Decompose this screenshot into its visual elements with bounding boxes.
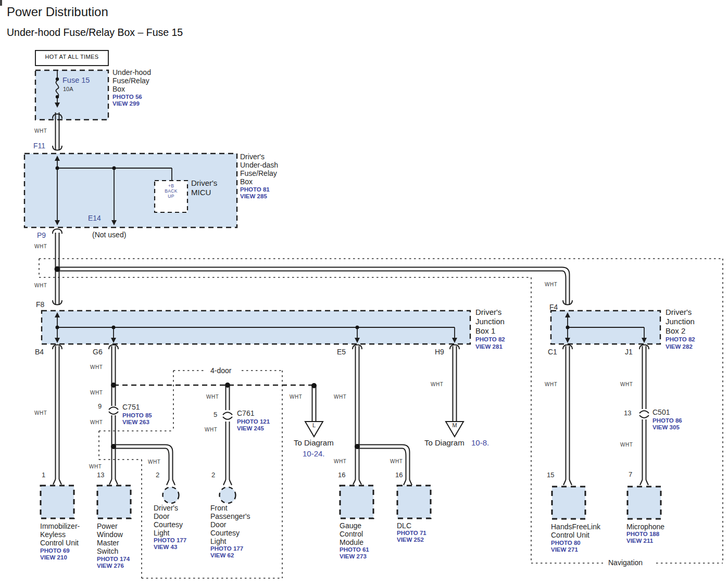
dlc-photo-link[interactable]: PHOTO 71 xyxy=(397,530,426,537)
c501-connector xyxy=(639,411,649,418)
wiring-canvas xyxy=(0,0,728,586)
c761-label: C761 xyxy=(237,409,254,417)
c501-photo-link[interactable]: PHOTO 86 xyxy=(652,417,682,424)
terminal-p9: P9 xyxy=(37,231,46,239)
mic-view-link[interactable]: VIEW 211 xyxy=(626,538,653,544)
gauge-box xyxy=(340,486,373,518)
terminal-b4: B4 xyxy=(35,348,44,356)
c501-label: C501 xyxy=(652,408,670,416)
to-diagram-l-letter: L xyxy=(309,422,319,428)
jb1-photo-link[interactable]: PHOTO 82 xyxy=(475,336,505,343)
to-diagram-l-ref-link[interactable]: 10-24. xyxy=(303,449,325,458)
component-boxes xyxy=(41,486,661,519)
pin-hfl: 15 xyxy=(547,471,554,479)
pwms-label: PowerWindowMasterSwitch xyxy=(97,522,123,555)
underdash-box-label: Driver'sUnder-dashFuse/RelayBox xyxy=(240,152,278,186)
underdash-view-link[interactable]: VIEW 285 xyxy=(240,193,267,200)
dlc-view-link[interactable]: VIEW 252 xyxy=(397,537,424,543)
pwms-photo-link[interactable]: PHOTO 174 xyxy=(97,556,130,563)
to-diagram-m-letter: M xyxy=(449,422,460,428)
hfl-box xyxy=(552,487,585,519)
fpdcl-photo-link[interactable]: PHOTO 177 xyxy=(210,545,243,552)
jb2-photo-link[interactable]: PHOTO 82 xyxy=(666,336,695,343)
fpdcl-label: FrontPassenger'sDoorCourtesyLight xyxy=(210,504,250,545)
wire-color-label: WHT xyxy=(89,464,102,469)
wire-color-label: WHT xyxy=(545,381,557,387)
pin-pwms: 13 xyxy=(97,471,104,479)
mic-photo-link[interactable]: PHOTO 188 xyxy=(626,531,659,538)
ddcl-photo-link[interactable]: PHOTO 177 xyxy=(154,537,186,544)
c761-view-link[interactable]: VIEW 245 xyxy=(237,425,264,432)
terminal-f8: F8 xyxy=(36,300,44,309)
c751-connector xyxy=(109,407,118,414)
pin-fpdcl: 2 xyxy=(211,471,215,479)
pin-mic: 7 xyxy=(629,470,632,478)
c751-view-link[interactable]: VIEW 263 xyxy=(122,419,149,426)
c761-connector xyxy=(223,412,232,419)
wire-color-label: WHT xyxy=(390,458,403,464)
jb2-label: Driver'sJunctionBox 2 xyxy=(666,308,695,336)
wire-color-label: WHT xyxy=(620,381,633,387)
jb1-view-link[interactable]: VIEW 281 xyxy=(475,343,503,350)
gauge-photo-link[interactable]: PHOTO 61 xyxy=(340,546,369,553)
pwms-view-link[interactable]: VIEW 276 xyxy=(97,563,124,569)
fuse-rating-label: 10A xyxy=(63,86,73,92)
pin-c761: 5 xyxy=(214,411,217,418)
pin-immobilizer: 1 xyxy=(42,471,45,479)
page-subtitle: Under-hood Fuse/Relay Box – Fuse 15 xyxy=(7,27,183,39)
ddcl-label: Driver'sDoorCourtesyLight xyxy=(154,504,183,537)
hfl-photo-link[interactable]: PHOTO 80 xyxy=(551,540,581,546)
immobilizer-view-link[interactable]: VIEW 210 xyxy=(40,554,67,561)
pin-dlc: 16 xyxy=(395,471,403,479)
pin-gauge: 16 xyxy=(338,471,345,479)
ddcl-view-link[interactable]: VIEW 43 xyxy=(154,544,177,551)
wire-color-label: WHT xyxy=(90,419,103,425)
wire-color-label: WHT xyxy=(34,410,47,416)
not-used-label: (Not used) xyxy=(92,231,126,239)
underhood-view-link[interactable]: VIEW 299 xyxy=(112,100,140,107)
fpdcl-view-link[interactable]: VIEW 62 xyxy=(210,552,234,559)
to-diagram-m-ref-link[interactable]: 10-8. xyxy=(471,438,489,447)
wire-color-label: WHT xyxy=(545,282,557,287)
fuse-15-label: Fuse 15 xyxy=(62,76,90,84)
pin-c751: 9 xyxy=(98,402,102,410)
fuse-relay-boxes xyxy=(24,70,660,344)
wire-color-label: WHT xyxy=(34,128,47,134)
hfl-view-link[interactable]: VIEW 271 xyxy=(551,546,578,553)
c761-photo-link[interactable]: PHOTO 121 xyxy=(237,418,270,425)
wire-color-label: WHT xyxy=(334,394,346,400)
ddcl-bulb xyxy=(163,487,179,503)
wire-color-label: WHT xyxy=(206,394,219,400)
wire-color-label: WHT xyxy=(148,459,160,465)
immobilizer-photo-link[interactable]: PHOTO 69 xyxy=(40,547,70,554)
micu-name-label: Driver'sMICU xyxy=(191,179,217,197)
four-door-region xyxy=(99,371,282,578)
wire-color-label: WHT xyxy=(90,390,103,396)
hfl-label: HandsFreeLinkControl Unit xyxy=(551,523,600,539)
fpdcl-bulb xyxy=(220,487,236,503)
navigation-region-label: Navigation xyxy=(606,558,645,567)
wire-color-label: WHT xyxy=(290,394,302,400)
underhood-photo-link[interactable]: PHOTO 56 xyxy=(112,94,142,100)
mic-box xyxy=(627,487,661,519)
gauge-label: GaugeControlModule xyxy=(340,521,363,546)
wire-color-label: WHT xyxy=(34,244,47,249)
terminal-e5: E5 xyxy=(337,348,346,356)
terminal-e14: E14 xyxy=(88,214,101,222)
pin-ddcl: 2 xyxy=(156,471,159,479)
underdash-photo-link[interactable]: PHOTO 81 xyxy=(240,186,270,193)
mic-label: Microphone xyxy=(626,523,664,531)
pwms-box xyxy=(97,486,131,518)
wire-color-label: WHT xyxy=(205,427,217,432)
jb2-view-link[interactable]: VIEW 282 xyxy=(666,343,693,350)
terminal-j1: J1 xyxy=(625,348,633,356)
c501-view-link[interactable]: VIEW 305 xyxy=(652,424,680,431)
wire-color-label: WHT xyxy=(431,381,443,387)
jb1-label: Driver'sJunctionBox 1 xyxy=(475,308,505,336)
terminal-c1: C1 xyxy=(548,348,557,356)
page-title: Power Distribution xyxy=(7,5,108,19)
pin-c501: 13 xyxy=(624,409,631,417)
corner-artifact xyxy=(0,0,2,6)
c751-photo-link[interactable]: PHOTO 85 xyxy=(122,412,152,419)
gauge-view-link[interactable]: VIEW 273 xyxy=(340,553,367,560)
